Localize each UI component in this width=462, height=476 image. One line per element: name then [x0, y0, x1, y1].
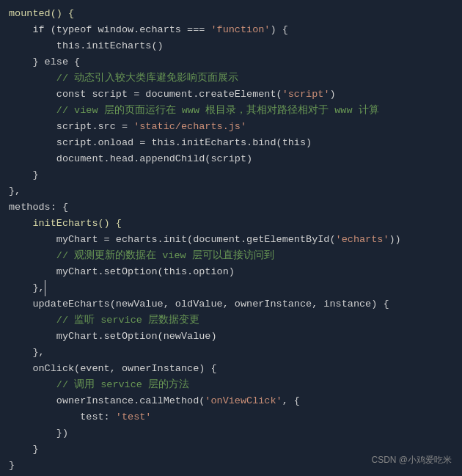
- code-token: [9, 312, 56, 329]
- code-line: this.initEcharts(): [0, 38, 462, 54]
- code-line: } else {: [0, 54, 462, 70]
- code-token: ) {: [270, 22, 287, 38]
- code-token: ownerInstance.callMethod(: [9, 393, 205, 409]
- code-token: mounted() {: [9, 6, 74, 22]
- code-token: [9, 70, 56, 87]
- code-line: script.src = 'static/echarts.js': [0, 119, 462, 135]
- code-token: myChart.setOption(this.option): [9, 264, 235, 280]
- code-line: myChart.setOption(this.option): [0, 264, 462, 280]
- watermark-text: CSDN @小鸡爱吃米: [371, 453, 452, 467]
- code-token: myChart = echarts.init(document.getEleme…: [9, 232, 336, 248]
- code-token: }: [9, 442, 39, 458]
- code-line: // 动态引入较大类库避免影响页面展示: [0, 70, 462, 87]
- code-token: const script = document.createElement(: [9, 87, 282, 103]
- code-line: },: [0, 280, 462, 296]
- code-token: 'static/echarts.js': [133, 119, 246, 135]
- code-token: },: [9, 280, 45, 296]
- code-token: 'test': [116, 409, 152, 425]
- code-line: mounted() {: [0, 6, 462, 22]
- code-line: document.head.appendChild(script): [0, 151, 462, 167]
- code-token: , {: [282, 393, 300, 409]
- code-token: onClick(event, ownerInstance) {: [9, 361, 217, 377]
- code-token: // 观测更新的数据在 view 层可以直接访问到: [56, 248, 274, 264]
- code-line: if (typeof window.echarts === 'function'…: [0, 22, 462, 38]
- code-token: test:: [9, 409, 116, 425]
- code-token: 'script': [282, 87, 330, 103]
- code-line: myChart = echarts.init(document.getEleme…: [0, 232, 462, 248]
- code-token: [9, 103, 56, 119]
- code-token: // 监听 service 层数据变更: [56, 312, 199, 329]
- code-token: 'onViewClick': [205, 393, 282, 409]
- code-editor: mounted() { if (typeof window.echarts ==…: [0, 0, 462, 476]
- code-token: } else {: [9, 54, 80, 70]
- code-line: onClick(event, ownerInstance) {: [0, 361, 462, 377]
- code-token: if (typeof window.echarts ===: [9, 22, 210, 38]
- code-line: const script = document.createElement('s…: [0, 87, 462, 103]
- code-token: // 动态引入较大类库避免影响页面展示: [56, 70, 238, 87]
- code-token: updateEcharts(newValue, oldValue, ownerI…: [9, 296, 389, 312]
- code-token: }): [9, 425, 68, 442]
- code-token: this.initEcharts(): [9, 38, 164, 54]
- code-line: }): [0, 425, 462, 442]
- code-token: },: [9, 345, 45, 361]
- code-token: 'function': [210, 22, 270, 38]
- code-token: // view 层的页面运行在 www 根目录，其相对路径相对于 www 计算: [56, 103, 379, 119]
- code-token: ): [329, 87, 335, 103]
- code-line: }: [0, 167, 462, 183]
- code-line: },: [0, 183, 462, 199]
- code-token: script.src =: [9, 119, 133, 135]
- code-token: [9, 377, 56, 393]
- code-line: // 观测更新的数据在 view 层可以直接访问到: [0, 248, 462, 264]
- code-token: // 调用 service 层的方法: [56, 377, 189, 393]
- code-token: [9, 248, 56, 264]
- code-line: script.onload = this.initEcharts.bind(th…: [0, 135, 462, 151]
- code-token: myChart.setOption(newValue): [9, 329, 217, 345]
- code-line: },: [0, 345, 462, 361]
- code-token: script.onload = this.initEcharts.bind(th…: [9, 135, 312, 151]
- code-content: mounted() { if (typeof window.echarts ==…: [0, 6, 462, 474]
- code-token: )): [389, 232, 401, 248]
- code-token: }: [9, 458, 15, 474]
- code-line: // view 层的页面运行在 www 根目录，其相对路径相对于 www 计算: [0, 103, 462, 119]
- code-token: methods: {: [9, 199, 68, 216]
- code-line: updateEcharts(newValue, oldValue, ownerI…: [0, 296, 462, 312]
- code-line: initEcharts() {: [0, 216, 462, 232]
- code-token: 'echarts': [336, 232, 389, 248]
- code-line: // 调用 service 层的方法: [0, 377, 462, 393]
- code-line: test: 'test': [0, 409, 462, 425]
- code-line: ownerInstance.callMethod('onViewClick', …: [0, 393, 462, 409]
- code-token: },: [9, 183, 21, 199]
- code-line: // 监听 service 层数据变更: [0, 312, 462, 329]
- code-token: }: [9, 167, 39, 183]
- code-token: document.head.appendChild(script): [9, 151, 252, 167]
- code-token: initEcharts() {: [9, 216, 122, 232]
- code-line: methods: {: [0, 199, 462, 216]
- code-line: myChart.setOption(newValue): [0, 329, 462, 345]
